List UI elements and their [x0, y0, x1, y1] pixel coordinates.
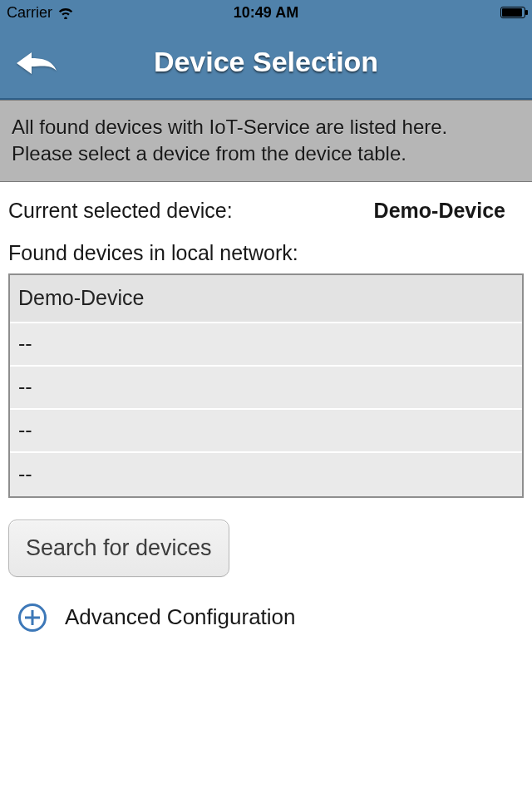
table-row[interactable]: --: [10, 367, 522, 410]
table-row[interactable]: --: [10, 323, 522, 367]
found-devices-label: Found devices in local network:: [8, 241, 524, 265]
table-row[interactable]: --: [10, 453, 522, 496]
device-table: Demo-Device -- -- -- --: [8, 273, 524, 498]
plus-circle-icon: [18, 603, 47, 632]
current-device-row: Current selected device: Demo-Device: [8, 199, 524, 223]
status-bar-time: 10:49 AM: [0, 4, 532, 22]
nav-bar: Device Selection: [0, 25, 532, 100]
advanced-config-row[interactable]: Advanced Configuration: [8, 603, 524, 632]
info-line-2: Please select a device from the device t…: [12, 140, 520, 167]
info-banner: All found devices with IoT-Service are l…: [0, 100, 532, 182]
back-button[interactable]: [15, 48, 65, 81]
info-line-1: All found devices with IoT-Service are l…: [12, 114, 520, 140]
back-arrow-icon: [15, 51, 58, 79]
table-row[interactable]: Demo-Device: [10, 275, 522, 323]
current-device-value: Demo-Device: [374, 199, 505, 223]
advanced-config-label: Advanced Configuration: [65, 604, 296, 630]
table-row[interactable]: --: [10, 410, 522, 453]
status-bar: Carrier 10:49 AM: [0, 0, 532, 25]
battery-icon: [500, 7, 525, 18]
search-devices-button[interactable]: Search for devices: [8, 520, 229, 577]
page-title: Device Selection: [154, 46, 378, 78]
status-bar-right: [496, 7, 525, 18]
content-area: Current selected device: Demo-Device Fou…: [0, 182, 532, 632]
current-device-label: Current selected device:: [8, 199, 233, 223]
